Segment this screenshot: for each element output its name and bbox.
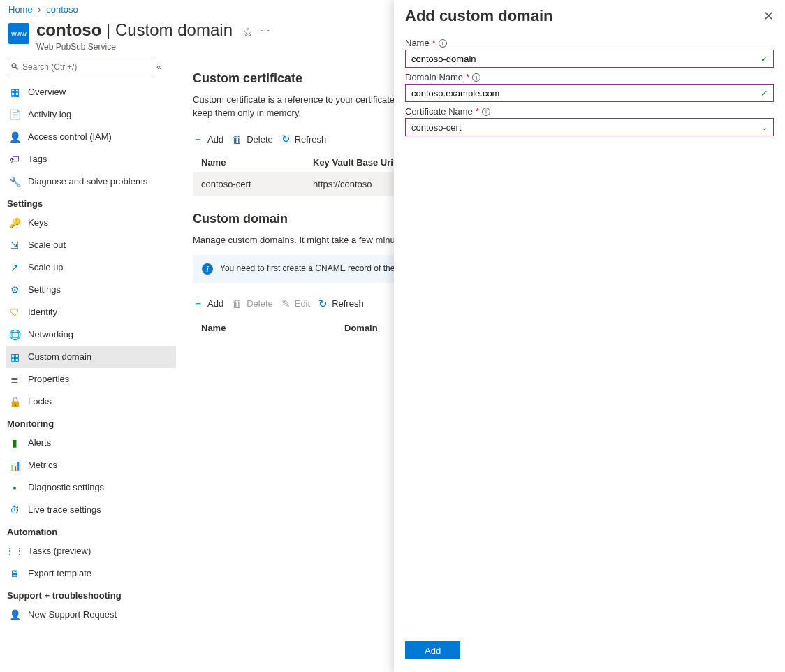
name-field[interactable] <box>405 50 774 68</box>
panel-add-button[interactable]: Add <box>405 641 460 659</box>
sidebar: 🔍︎ « ▦Overview📄Activity log👤Access contr… <box>0 56 176 626</box>
panel-title: Add custom domain <box>405 7 552 25</box>
domain-refresh-button[interactable]: ↻Refresh <box>318 298 364 310</box>
sidebar-item-alerts[interactable]: ▮Alerts <box>6 432 176 454</box>
sidebar-item-scale-up[interactable]: ↗Scale up <box>6 256 176 279</box>
nav-heading: Settings <box>6 193 176 212</box>
sidebar-item-networking[interactable]: 🌐Networking <box>6 323 176 346</box>
domain-name-field[interactable] <box>405 84 774 102</box>
diagnostic-icon: ▪ <box>8 481 21 494</box>
domain-name-label: Domain Name * i <box>405 72 774 82</box>
sidebar-item-custom-domain[interactable]: ▦Custom domain <box>6 346 176 368</box>
sidebar-item-label: Tags <box>28 154 47 164</box>
sidebar-item-activity-log[interactable]: 📄Activity log <box>6 103 176 126</box>
info-tooltip-icon[interactable]: i <box>472 73 480 82</box>
sidebar-item-tasks-preview-[interactable]: ⋮⋮Tasks (preview) <box>6 540 176 562</box>
nav-heading: Support + troubleshooting <box>6 585 176 604</box>
access-control-icon: 👤 <box>8 131 21 143</box>
trash-icon: 🗑 <box>232 298 242 309</box>
chevron-down-icon: ⌄ <box>761 123 768 132</box>
cert-row-kv: https://contoso <box>313 179 372 189</box>
alerts-icon: ▮ <box>8 437 21 449</box>
search-icon: 🔍︎ <box>10 61 20 72</box>
custom-domain-icon: ▦ <box>8 351 21 363</box>
domain-col-domain: Domain <box>344 323 378 333</box>
cert-col-kv: Key Vault Base Uri <box>313 157 393 168</box>
sidebar-item-label: Networking <box>28 329 73 339</box>
sidebar-item-label: Alerts <box>28 437 51 448</box>
check-icon: ✓ <box>761 88 768 98</box>
sidebar-item-live-trace-settings[interactable]: ⏱Live trace settings <box>6 499 176 521</box>
sidebar-item-label: Overview <box>28 87 66 97</box>
overview-icon: ▦ <box>8 86 21 98</box>
sidebar-item-label: Activity log <box>28 109 71 119</box>
cert-refresh-button[interactable]: ↻Refresh <box>281 133 327 145</box>
breadcrumb-home[interactable]: Home <box>8 4 33 15</box>
properties-icon: ≣ <box>8 373 21 386</box>
sidebar-search[interactable]: 🔍︎ <box>6 59 152 75</box>
sidebar-item-label: Properties <box>28 374 69 384</box>
info-icon: i <box>202 263 213 275</box>
sidebar-item-export-template[interactable]: 🖥Export template <box>6 562 176 585</box>
cert-col-name: Name <box>201 157 313 168</box>
search-input[interactable] <box>22 62 147 72</box>
sidebar-item-identity[interactable]: 🛡Identity <box>6 301 176 323</box>
sidebar-item-label: Diagnose and solve problems <box>28 176 147 187</box>
nav-heading: Automation <box>6 521 176 540</box>
sidebar-item-properties[interactable]: ≣Properties <box>6 368 176 390</box>
page-title: contoso | Custom domain <box>36 20 233 41</box>
sidebar-item-diagnostic-settings[interactable]: ▪Diagnostic settings <box>6 476 176 499</box>
sidebar-item-scale-out[interactable]: ⇲Scale out <box>6 234 176 256</box>
sidebar-item-access-control-iam-[interactable]: 👤Access control (IAM) <box>6 126 176 148</box>
domain-add-button[interactable]: ＋Add <box>193 297 223 310</box>
certificate-name-value: contoso-cert <box>411 122 462 133</box>
trash-icon: 🗑 <box>232 133 242 145</box>
sidebar-item-new-support-request[interactable]: 👤New Support Request <box>6 604 176 626</box>
close-icon[interactable]: ✕ <box>763 8 774 24</box>
tags-icon: 🏷 <box>8 153 21 166</box>
certificate-name-select[interactable]: contoso-cert ⌄ <box>405 118 774 136</box>
collapse-sidebar-icon[interactable]: « <box>156 62 161 72</box>
refresh-icon: ↻ <box>318 298 328 310</box>
cert-delete-button[interactable]: 🗑Delete <box>232 133 273 145</box>
sidebar-item-locks[interactable]: 🔒Locks <box>6 390 176 413</box>
sidebar-item-keys[interactable]: 🔑Keys <box>6 212 176 234</box>
activity-log-icon: 📄 <box>8 108 21 121</box>
sidebar-item-label: Metrics <box>28 460 57 470</box>
cert-add-button[interactable]: ＋Add <box>193 133 223 146</box>
info-tooltip-icon[interactable]: i <box>439 39 447 48</box>
sidebar-item-label: Locks <box>28 396 52 407</box>
sidebar-item-metrics[interactable]: 📊Metrics <box>6 454 176 476</box>
sidebar-item-diagnose-and-solve-problems[interactable]: 🔧Diagnose and solve problems <box>6 170 176 193</box>
sidebar-item-label: Keys <box>28 217 48 228</box>
service-icon: www <box>8 23 29 44</box>
check-icon: ✓ <box>761 54 768 64</box>
sidebar-item-overview[interactable]: ▦Overview <box>6 81 176 103</box>
diagnose-icon: 🔧 <box>8 175 21 188</box>
sidebar-item-label: Scale out <box>28 240 66 250</box>
breadcrumb-resource[interactable]: contoso <box>46 4 78 15</box>
info-tooltip-icon[interactable]: i <box>482 108 490 116</box>
sidebar-item-tags[interactable]: 🏷Tags <box>6 148 176 170</box>
sidebar-item-label: Access control (IAM) <box>28 131 112 142</box>
sidebar-item-label: Live trace settings <box>28 504 101 515</box>
scale-out-icon: ⇲ <box>8 239 21 251</box>
identity-icon: 🛡 <box>8 306 21 319</box>
sidebar-item-settings[interactable]: ⚙Settings <box>6 279 176 301</box>
sidebar-item-label: Scale up <box>28 262 64 272</box>
more-menu-icon[interactable]: ··· <box>261 24 270 35</box>
export-icon: 🖥 <box>8 567 21 580</box>
domain-edit-button: ✎Edit <box>281 298 310 310</box>
domain-col-name: Name <box>201 323 344 333</box>
lock-icon: 🔒 <box>8 395 21 408</box>
name-label: Name * i <box>405 38 774 48</box>
cert-row-name: contoso-cert <box>201 179 313 189</box>
nav-heading: Monitoring <box>6 413 176 432</box>
sidebar-item-label: Diagnostic settings <box>28 482 104 492</box>
sidebar-item-label: Settings <box>28 284 61 295</box>
gear-icon: ⚙ <box>8 284 21 296</box>
tasks-icon: ⋮⋮ <box>8 545 21 557</box>
add-custom-domain-panel: Add custom domain ✕ Name * i ✓ Domain Na… <box>394 0 785 672</box>
domain-delete-button: 🗑Delete <box>232 298 273 309</box>
favorite-star-icon[interactable]: ☆ <box>242 24 254 40</box>
